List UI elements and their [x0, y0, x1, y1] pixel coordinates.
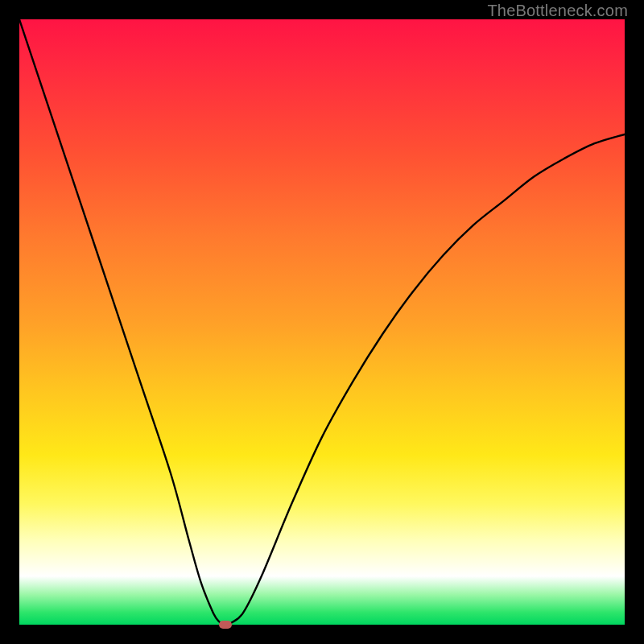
optimal-point-marker — [219, 621, 232, 629]
watermark-text: TheBottleneck.com — [487, 2, 628, 20]
curve-path — [19, 19, 625, 625]
bottleneck-curve — [19, 19, 625, 625]
chart-plot-area — [19, 19, 625, 625]
chart-frame: TheBottleneck.com — [0, 0, 644, 644]
